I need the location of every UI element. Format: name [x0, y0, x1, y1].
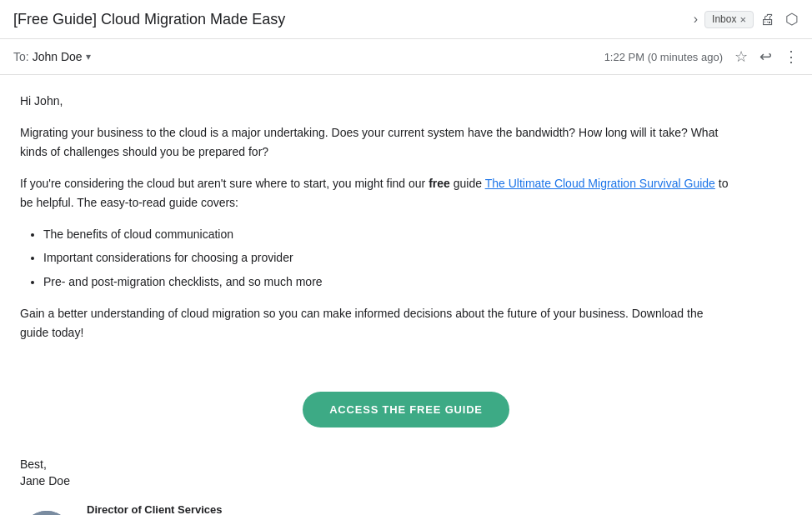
recipient-dropdown-icon[interactable]: ▾ [86, 51, 91, 62]
email-subject: [Free Guide] Cloud Migration Made Easy [13, 11, 682, 28]
avatar [20, 511, 73, 515]
guide-link[interactable]: The Ultimate Cloud Migration Survival Gu… [485, 177, 715, 190]
para2-middle: guide [450, 177, 485, 190]
bullet-list: The benefits of cloud communication Impo… [43, 225, 730, 291]
para2-bold: free [429, 177, 450, 190]
cta-container: ACCESS THE FREE GUIDE [0, 392, 812, 428]
sig-card: Director of Client Services Cloud9 Pros … [20, 501, 792, 515]
email-signature: Best, Jane Doe Director of Client Servic… [0, 451, 812, 515]
inbox-label: Inbox [712, 13, 736, 25]
sender-info: To: John Doe ▾ [13, 50, 91, 63]
svg-rect-0 [20, 511, 73, 515]
print-icon[interactable]: 🖨 [760, 11, 775, 28]
closing: Best, [20, 458, 792, 471]
access-free-guide-button[interactable]: ACCESS THE FREE GUIDE [303, 392, 509, 428]
star-icon[interactable]: ☆ [734, 48, 748, 66]
reply-icon[interactable]: ↩ [759, 48, 772, 66]
email-timestamp: 1:22 PM (0 minutes ago) [604, 51, 723, 63]
sig-details: Director of Client Services Cloud9 Pros … [87, 501, 223, 515]
para1: Migrating your business to the cloud is … [20, 123, 730, 161]
inbox-badge[interactable]: Inbox × [704, 11, 754, 28]
popout-icon[interactable]: ⬡ [785, 10, 799, 28]
email-body: Hi John, Migrating your business to the … [0, 75, 750, 372]
header-actions: 🖨 ⬡ [760, 10, 799, 28]
sender-right-actions: 1:22 PM (0 minutes ago) ☆ ↩ ⋮ [604, 48, 799, 66]
para3: Gain a better understanding of cloud mig… [20, 304, 730, 342]
sig-job-title: Director of Client Services [87, 501, 223, 515]
email-action-icons: ☆ ↩ ⋮ [734, 48, 799, 66]
para2: If you're considering the cloud but aren… [20, 174, 730, 212]
list-item: Important considerations for choosing a … [43, 248, 730, 267]
to-label: To: [13, 50, 29, 63]
list-item: The benefits of cloud communication [43, 225, 730, 243]
para2-before: If you're considering the cloud but aren… [20, 177, 429, 190]
email-title-bar: [Free Guide] Cloud Migration Made Easy ›… [0, 0, 812, 39]
greeting: Hi John, [20, 92, 730, 110]
sender-row: To: John Doe ▾ 1:22 PM (0 minutes ago) ☆… [0, 39, 812, 75]
more-options-icon[interactable]: ⋮ [784, 48, 799, 66]
forward-icon[interactable]: › [694, 12, 698, 27]
inbox-close-icon[interactable]: × [739, 13, 746, 26]
list-item: Pre- and post-migration checklists, and … [43, 272, 730, 291]
sender-name: Jane Doe [20, 474, 792, 488]
recipient-name: John Doe [33, 50, 83, 63]
